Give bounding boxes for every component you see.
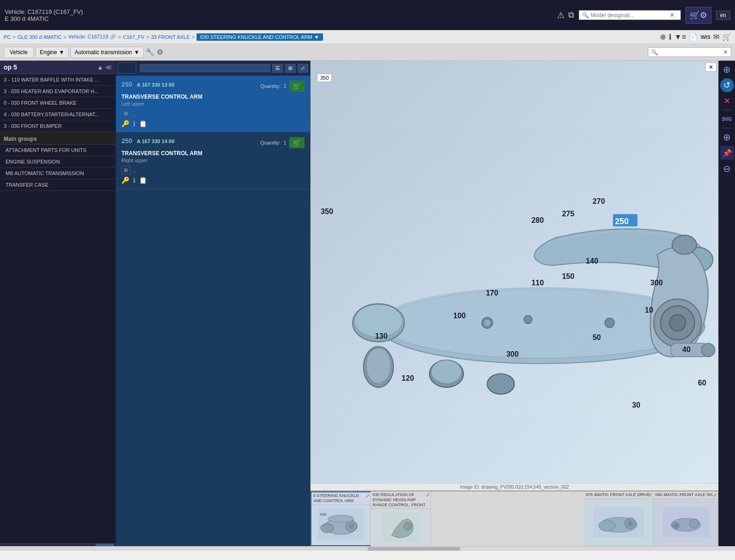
svg-text:350: 350 xyxy=(321,207,333,215)
nav-tabs-bar: Vehicle Engine ▼ Automatic transmission … xyxy=(0,44,735,61)
tab-vehicle[interactable]: Vehicle xyxy=(4,47,34,58)
svg-text:100: 100 xyxy=(453,311,466,320)
rt-zoom-out-btn[interactable]: ⊖ xyxy=(720,162,734,176)
sidebar-item-4[interactable]: 4 - 030 BATTERY,STARTER/ALTERNAT... xyxy=(0,109,116,120)
sidebar-item-1[interactable]: 3 - 110 WATER BAFFLE WITH INTAKE ... xyxy=(0,74,116,86)
thumbnail-3[interactable]: 075 4MATIC FRONT AXLE DRIVE ⤢ xyxy=(584,491,653,546)
vehicle-id-label: Vehicle: C167119 (C167_FV) xyxy=(5,8,83,15)
sidebar-group-3[interactable]: MB AUTOMATIC TRANSMISSION xyxy=(0,168,116,179)
rt-pin-btn[interactable]: 📌 xyxy=(720,146,734,160)
rt-zoom-fit-btn[interactable]: ⊕ xyxy=(720,130,734,144)
nav-search-clear-btn[interactable]: ✕ xyxy=(723,49,728,56)
trans-chevron-icon: ▼ xyxy=(134,49,139,56)
breadcrumb-pc[interactable]: PC xyxy=(4,34,11,40)
thumbnail-1[interactable]: 0 STEERING KNUCKLE AND CONTROL ARM 030 ⤢ xyxy=(310,491,371,546)
search-icon: 🔍 xyxy=(582,12,589,19)
part-1-table-btn[interactable]: ⊞ xyxy=(121,109,130,118)
rt-svg-btn[interactable]: SVG xyxy=(720,112,734,126)
breadcrumb-vehicle[interactable]: Vehicle: C167119 🔗 xyxy=(68,34,116,40)
rt-zoom-in-btn[interactable]: ⊕ xyxy=(720,63,734,76)
svg-text:140: 140 xyxy=(586,257,598,265)
sidebar-group-2[interactable]: ENGINE SUSPENSION xyxy=(0,156,116,168)
part-item-2[interactable]: 250 A 167 330 14 00 Quantity: 1 🛒 TRANSV… xyxy=(116,132,310,189)
tab-engine[interactable]: Engine ▼ xyxy=(36,47,69,58)
list-view-btn[interactable]: ☰ xyxy=(272,64,283,73)
nav-right-controls: 🔍 ✕ xyxy=(648,47,731,57)
svg-text:30: 30 xyxy=(632,401,640,409)
header-right-controls: ⚠ ⧉ 🔍 ✕ 🛒⚙ en xyxy=(557,7,730,24)
part-2-table-btn[interactable]: ⊞ xyxy=(121,166,130,175)
svg-text:130: 130 xyxy=(375,332,387,340)
search-clear-btn[interactable]: ✕ xyxy=(670,12,675,19)
part-2-info-icon[interactable]: ℹ xyxy=(133,176,135,184)
sidebar-item-3[interactable]: 0 - 030 FRONT WHEEL BRAKE xyxy=(0,97,116,109)
thumb-3-edit-btn[interactable]: ⤢ xyxy=(648,492,652,497)
svg-text:275: 275 xyxy=(562,209,575,218)
cart-icon[interactable]: 🛒 xyxy=(722,32,731,41)
part-1-info-icon[interactable]: ℹ xyxy=(133,120,135,127)
svg-point-43 xyxy=(321,523,334,533)
zoom-in-icon[interactable]: ⊕ xyxy=(660,32,666,41)
rt-rotate-btn[interactable]: ↺ xyxy=(720,78,734,92)
part-1-cart-btn[interactable]: 🛒 xyxy=(289,81,304,92)
diagram-close-btn[interactable]: ✕ xyxy=(705,63,716,72)
sidebar-group-1[interactable]: ATTACHMENT PARTS FOR UNITS xyxy=(0,145,116,156)
horizontal-scrollbar[interactable] xyxy=(0,546,735,551)
svg-text:150: 150 xyxy=(562,272,575,280)
sidebar-header: op 5 ▲ ≪ xyxy=(0,61,116,74)
part-1-doc-icon[interactable]: 📋 xyxy=(139,120,147,127)
nav-search-input[interactable] xyxy=(658,49,723,56)
breadcrumb-gle[interactable]: GLE 300 d 4MATIC xyxy=(18,34,62,40)
model-search-box[interactable]: 🔍 ✕ xyxy=(579,10,681,20)
sidebar-item-2[interactable]: 3 - 035 HEATER AND EVAPORATOR H... xyxy=(0,86,116,97)
parts-toolbar: ☰ ⊞ ⤢ xyxy=(116,61,310,76)
part-2-desc: Right upper xyxy=(121,157,304,163)
part-item-1[interactable]: 250 A 167 330 13 00 Quantity: 1 🛒 TRANSV… xyxy=(116,76,310,132)
language-selector[interactable]: en xyxy=(716,11,730,20)
part-2-key-icon[interactable]: 🔑 xyxy=(121,176,129,184)
doc-icon[interactable]: 📄 xyxy=(689,32,698,41)
sidebar-group-4[interactable]: TRANSFER CASE xyxy=(0,179,116,191)
thumb-4-edit-btn[interactable]: ⤢ xyxy=(713,492,717,497)
mail-icon[interactable]: ✉ xyxy=(713,32,719,41)
callout-350: 350 xyxy=(317,74,332,82)
part-1-action-icons: 🔑 ℹ 📋 xyxy=(121,120,304,127)
expand-view-btn[interactable]: ⤢ xyxy=(298,64,308,73)
cart-settings-icon[interactable]: 🛒⚙ xyxy=(685,7,711,24)
scrollbar-thumb[interactable] xyxy=(368,547,460,551)
svg-point-45 xyxy=(348,523,354,529)
thumbnail-4[interactable]: 090 4MATIC FRONT AXLE SH... ⤢ xyxy=(653,491,718,546)
breadcrumb-frontaxle[interactable]: 33 FRONT AXLE xyxy=(151,34,190,40)
header: Vehicle: C167119 (C167_FV) E 300 d 4MATI… xyxy=(0,0,735,30)
part-2-doc-icon[interactable]: 📋 xyxy=(139,176,147,184)
wis-icon[interactable]: WIS xyxy=(701,32,710,41)
image-id-bar: Image ID: drawing_PV000.010.154.549_vers… xyxy=(310,483,718,491)
parts-search-input[interactable] xyxy=(140,64,270,72)
info-icon[interactable]: ℹ xyxy=(669,32,672,41)
diagram-canvas[interactable]: 350 270 275 280 250 110 150 140 xyxy=(310,61,718,483)
thumbnail-2[interactable]: 035 REGULATION OF DYNAMIC HEADLAMP RANGE… xyxy=(371,491,431,546)
breadcrumb-current-dropdown[interactable]: 030 STEERING KNUCKLE AND CONTROL ARM ▼ xyxy=(196,33,323,41)
thumb-4-label: 090 4MATIC FRONT AXLE SH... xyxy=(653,491,718,499)
model-search-input[interactable] xyxy=(591,12,670,19)
rt-close-btn[interactable]: ✕ xyxy=(720,94,734,108)
part-2-cart-btn[interactable]: 🛒 xyxy=(289,137,304,148)
thumb-2-edit-btn[interactable]: ⤢ xyxy=(426,492,430,497)
nav-search-box[interactable]: 🔍 ✕ xyxy=(648,47,731,57)
tab-automatic-transmission[interactable]: Automatic transmission ▼ xyxy=(70,47,144,58)
gear-search-icon[interactable]: ⚙ xyxy=(157,48,163,57)
svg-point-14 xyxy=(524,315,532,324)
warning-icon[interactable]: ⚠ xyxy=(557,10,564,20)
sidebar-item-5[interactable]: 3 - 030 FRONT BUMPER xyxy=(0,120,116,132)
wrench-settings-icon[interactable]: 🔧 xyxy=(146,48,155,57)
sidebar-collapse-btn[interactable]: ▲ xyxy=(97,63,103,71)
grid-view-btn[interactable]: ⊞ xyxy=(285,64,296,73)
thumb-1-edit-btn[interactable]: ⤢ xyxy=(366,493,369,498)
copy-icon[interactable]: ⧉ xyxy=(568,10,574,20)
sidebar-title: op 5 xyxy=(4,63,17,71)
part-1-key-icon[interactable]: 🔑 xyxy=(121,120,129,127)
bottom-thumbnails: 0 STEERING KNUCKLE AND CONTROL ARM 030 ⤢ xyxy=(310,491,718,546)
filter-icon[interactable]: ▼≡ xyxy=(674,32,686,41)
breadcrumb-c167fv[interactable]: C167_FV xyxy=(123,34,144,40)
sidebar-menu-btn[interactable]: ≪ xyxy=(105,63,112,71)
